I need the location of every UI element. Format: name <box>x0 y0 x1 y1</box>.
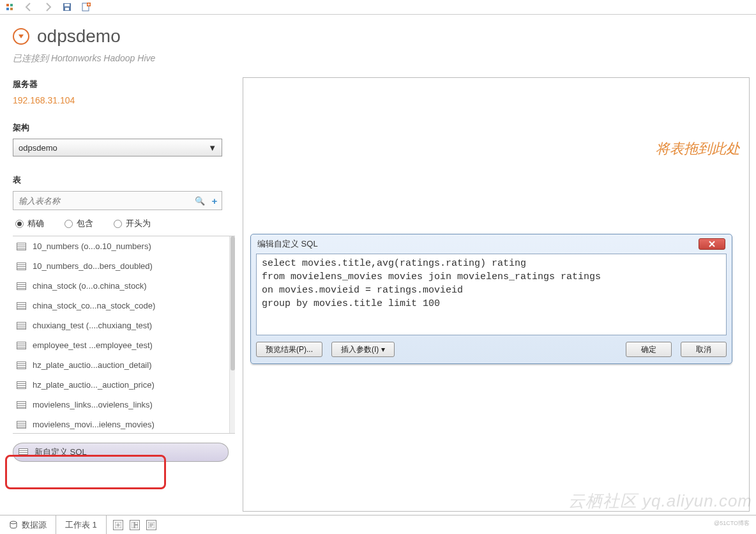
new-custom-sql-button[interactable]: 新自定义 SQL <box>13 443 229 462</box>
table-icon <box>17 322 26 330</box>
new-worksheet-icon[interactable] <box>113 520 123 530</box>
ok-button[interactable]: 确定 <box>626 342 672 357</box>
table-icon <box>19 448 28 456</box>
table-search-box: 🔍 + <box>13 191 222 210</box>
table-item-label: 10_numbers_do...bers_doubled) <box>33 261 153 271</box>
scroll-thumb[interactable] <box>231 236 235 370</box>
server-ip[interactable]: 192.168.31.104 <box>13 95 230 105</box>
table-item-label: employee_test ...employee_test) <box>33 340 153 350</box>
bottom-tabs: 数据源 工作表 1 <box>0 515 756 534</box>
chevron-down-icon: ▾ <box>381 345 385 354</box>
add-sheet-icon[interactable] <box>80 1 92 13</box>
svg-rect-1 <box>10 4 13 6</box>
svg-rect-5 <box>64 4 70 6</box>
table-list: 10_numbers (o...o.10_numbers)10_numbers_… <box>13 236 235 434</box>
schema-select[interactable]: odpsdemo ▼ <box>13 139 222 156</box>
table-item[interactable]: employee_test ...employee_test) <box>13 335 229 355</box>
tab-worksheet-1[interactable]: 工作表 1 <box>56 515 107 534</box>
preview-results-button[interactable]: 预览结果(P)... <box>256 342 322 357</box>
table-icon <box>17 263 26 270</box>
table-item[interactable]: chuxiang_test (....chuxiang_test) <box>13 316 229 335</box>
dialog-title: 编辑自定义 SQL <box>257 238 318 250</box>
table-icon <box>17 421 26 429</box>
table-icon <box>17 401 26 409</box>
radio-exact[interactable]: 精确 <box>15 218 44 229</box>
new-custom-sql-label: 新自定义 SQL <box>34 446 87 458</box>
tables-label: 表 <box>13 174 230 186</box>
svg-rect-2 <box>6 8 9 10</box>
svg-rect-6 <box>65 8 69 10</box>
sql-textarea[interactable]: select movies.title,avg(ratings.rating) … <box>256 254 727 335</box>
edit-sql-dialog: 编辑自定义 SQL select movies.title,avg(rating… <box>250 234 732 364</box>
table-item-label: china_stock_co...na_stock_code) <box>33 301 155 310</box>
table-search-input[interactable] <box>13 196 192 206</box>
table-icon <box>17 282 26 290</box>
table-item[interactable]: hz_plate_auctio...auction_detail) <box>13 355 229 375</box>
dialog-close-button[interactable] <box>699 238 725 250</box>
datasource-icon <box>9 521 18 530</box>
table-icon <box>17 381 26 389</box>
tab-datasource[interactable]: 数据源 <box>0 515 56 534</box>
svg-rect-12 <box>135 522 138 524</box>
search-icon[interactable]: 🔍 <box>192 196 208 206</box>
back-button[interactable] <box>23 1 34 13</box>
svg-rect-3 <box>10 8 13 10</box>
table-item-label: hz_plate_auctio..._auction_price) <box>33 380 155 390</box>
server-label: 服务器 <box>13 79 230 90</box>
drag-hint: 将表拖到此处 <box>656 139 740 158</box>
scrollbar[interactable] <box>229 236 235 433</box>
table-item-label: chuxiang_test (....chuxiang_test) <box>33 321 152 330</box>
svg-rect-0 <box>6 4 9 6</box>
table-item[interactable]: movielens_links...ovielens_links) <box>13 395 229 415</box>
add-table-icon[interactable]: + <box>208 195 222 206</box>
table-item[interactable]: hz_plate_auctio..._auction_price) <box>13 375 229 395</box>
chevron-down-icon: ▼ <box>208 143 216 153</box>
radio-startswith[interactable]: 开头为 <box>114 218 151 229</box>
table-item[interactable]: china_stock (o...o.china_stock) <box>13 276 229 296</box>
table-item-label: hz_plate_auctio...auction_detail) <box>33 360 151 370</box>
title-area: odpsdemo 已连接到 Hortonworks Hadoop Hive <box>0 15 756 71</box>
logo-icon[interactable] <box>4 1 15 13</box>
match-mode-radios: 精确 包含 开头为 <box>15 218 230 229</box>
svg-point-9 <box>10 521 17 524</box>
connection-status: 已连接到 Hortonworks Hadoop Hive <box>13 53 743 65</box>
table-item[interactable]: china_stock_co...na_stock_code) <box>13 296 229 316</box>
svg-rect-13 <box>135 525 138 528</box>
table-item-label: 10_numbers (o...o.10_numbers) <box>33 241 151 251</box>
table-item-label: movielens_links...ovielens_links) <box>33 400 153 409</box>
insert-param-button[interactable]: 插入参数(I)▾ <box>331 342 395 357</box>
table-item[interactable]: 10_numbers_do...bers_doubled) <box>13 256 229 276</box>
table-icon <box>17 362 26 369</box>
radio-contains[interactable]: 包含 <box>64 218 93 229</box>
table-item-label: movielens_movi...ielens_movies) <box>33 420 155 429</box>
schema-label: 架构 <box>13 122 230 134</box>
sidebar: 服务器 192.168.31.104 架构 odpsdemo ▼ 表 🔍 + 精… <box>0 71 230 512</box>
table-item-label: china_stock (o...o.china_stock) <box>33 281 146 291</box>
svg-rect-11 <box>132 522 134 528</box>
save-icon[interactable] <box>61 1 73 13</box>
datasource-dropdown-icon[interactable] <box>13 28 29 45</box>
schema-selected: odpsdemo <box>19 143 57 153</box>
forward-button[interactable] <box>42 1 54 13</box>
table-icon <box>17 243 26 250</box>
top-toolbar <box>0 0 756 15</box>
new-dashboard-icon[interactable] <box>130 520 140 530</box>
table-icon <box>17 342 26 349</box>
cancel-button[interactable]: 取消 <box>681 342 727 357</box>
page-title: odpsdemo <box>37 26 121 47</box>
table-icon <box>17 302 26 310</box>
table-item[interactable]: movielens_movi...ielens_movies) <box>13 415 229 434</box>
table-item[interactable]: 10_numbers (o...o.10_numbers) <box>13 236 229 256</box>
new-story-icon[interactable] <box>146 520 156 530</box>
